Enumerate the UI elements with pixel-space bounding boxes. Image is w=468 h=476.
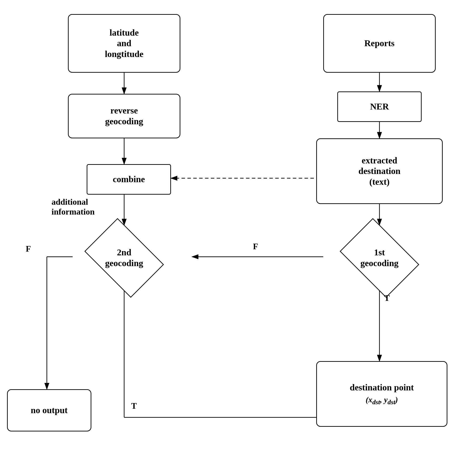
second-geocoding-diamond [84, 218, 164, 298]
t-label-first-geocoding: T [384, 293, 390, 303]
reports-label: Reports [365, 38, 395, 49]
destination-point-box: destination point (xdst, ydst) [316, 361, 447, 427]
extracted-destination-box: extracted destination (text) [316, 138, 443, 204]
f-label-first-geocoding: F [253, 242, 258, 251]
additional-info-label: additional information [52, 197, 95, 217]
ner-box: NER [337, 92, 422, 122]
destination-point-label: destination point [350, 382, 414, 393]
lat-lon-box: latitude and longtitude [68, 14, 180, 73]
combine-box: combine [87, 164, 171, 195]
ner-label: NER [370, 101, 389, 112]
combine-label: combine [113, 174, 145, 185]
reverse-geocoding-label: reverse geocoding [105, 105, 143, 127]
extracted-destination-label: extracted destination (text) [358, 155, 400, 187]
lat-lon-label: latitude and longtitude [105, 28, 144, 60]
reverse-geocoding-box: reverse geocoding [68, 94, 180, 138]
f-label-second-geocoding: F [26, 244, 31, 254]
t-label-second-geocoding: T [131, 401, 137, 411]
reports-box: Reports [323, 14, 436, 73]
no-output-box: no output [7, 389, 91, 431]
no-output-label: no output [31, 405, 67, 416]
first-geocoding-diamond [340, 218, 419, 298]
second-geocoding-diamond-container: 2nd geocoding [73, 225, 176, 291]
first-geocoding-diamond-container: 1st geocoding [323, 225, 436, 291]
destination-point-coords: (xdst, ydst) [350, 395, 414, 406]
flowchart-diagram: latitude and longtitude Reports reverse … [0, 0, 468, 476]
